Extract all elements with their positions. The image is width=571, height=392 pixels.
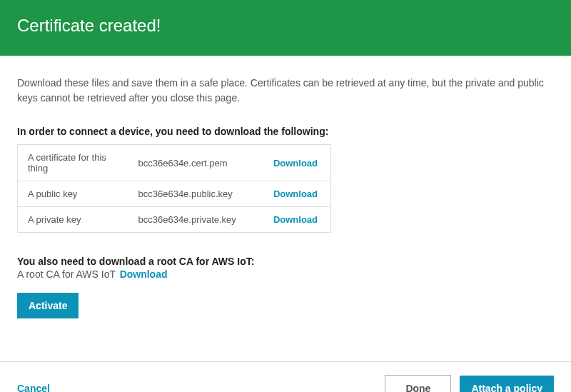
- root-ca-heading: You also need to download a root CA for …: [17, 256, 554, 267]
- cancel-button[interactable]: Cancel: [17, 376, 50, 392]
- download-label: A public key: [18, 181, 128, 207]
- table-row: A public key bcc36e634e.public.key Downl…: [18, 181, 331, 207]
- attach-policy-button[interactable]: Attach a policy: [460, 376, 554, 392]
- root-ca-section: You also need to download a root CA for …: [17, 256, 554, 280]
- page-title: Certificate created!: [17, 16, 554, 36]
- downloads-heading: In order to connect a device, you need t…: [17, 126, 554, 137]
- done-button[interactable]: Done: [385, 375, 451, 392]
- download-filename: bcc36e634e.public.key: [128, 181, 257, 207]
- activate-button[interactable]: Activate: [17, 293, 79, 318]
- root-ca-label: A root CA for AWS IoT: [17, 268, 116, 280]
- downloads-table: A certificate for this thing bcc36e634e.…: [17, 144, 331, 233]
- download-root-ca-link[interactable]: Download: [120, 268, 168, 280]
- table-row: A private key bcc36e634e.private.key Dow…: [18, 207, 331, 233]
- footer-bar: Cancel Done Attach a policy: [0, 361, 571, 392]
- root-ca-line: A root CA for AWS IoT Download: [17, 268, 554, 280]
- download-filename: bcc36e634e.cert.pem: [128, 145, 257, 181]
- download-private-key-link[interactable]: Download: [273, 214, 318, 225]
- download-label: A certificate for this thing: [18, 145, 128, 181]
- table-row: A certificate for this thing bcc36e634e.…: [18, 145, 331, 181]
- download-public-key-link[interactable]: Download: [273, 189, 318, 199]
- intro-text: Download these files and save them in a …: [17, 76, 554, 106]
- download-certificate-link[interactable]: Download: [273, 158, 318, 169]
- download-filename: bcc36e634e.private.key: [128, 207, 257, 233]
- header-banner: Certificate created!: [0, 0, 571, 56]
- main-content: Download these files and save them in a …: [0, 56, 571, 336]
- download-label: A private key: [18, 207, 128, 233]
